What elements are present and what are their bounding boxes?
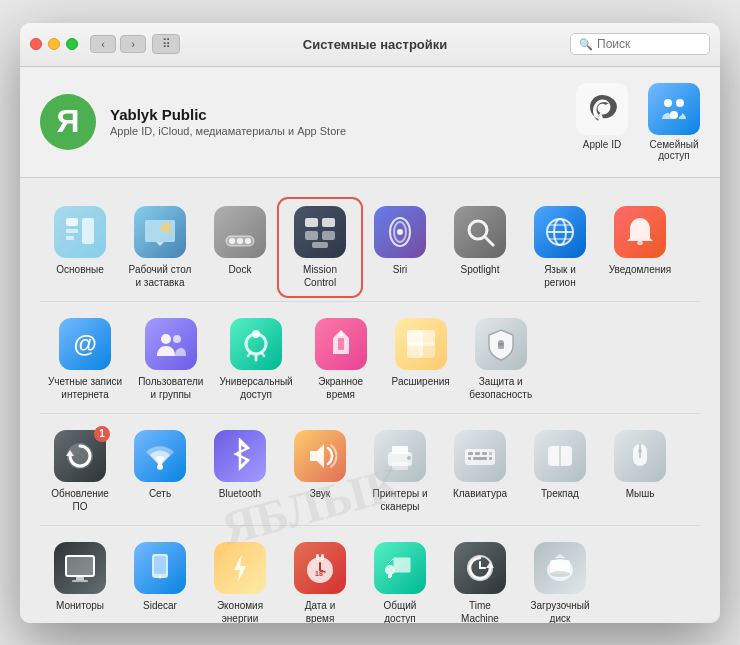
- svg-point-48: [157, 464, 163, 470]
- forward-button[interactable]: ›: [120, 35, 146, 53]
- mission-label: MissionControl: [303, 263, 337, 289]
- system-preferences-window: ‹ › ⠿ Системные настройки 🔍 Я Yablyk Pub…: [20, 23, 720, 623]
- icon-item-printers[interactable]: Принтеры исканеры: [360, 424, 440, 519]
- svg-point-81: [385, 565, 395, 575]
- timemachine-label: TimeMachine: [461, 599, 499, 623]
- notif-label: Уведомления: [609, 263, 672, 276]
- trackpad-label: Трекпад: [541, 487, 579, 500]
- svg-rect-38: [338, 338, 344, 350]
- icon-item-keyboard[interactable]: Клавиатура: [440, 424, 520, 506]
- monitors-icon: [54, 542, 106, 594]
- svg-rect-60: [468, 457, 471, 460]
- svg-rect-6: [82, 218, 94, 244]
- svg-rect-68: [66, 556, 94, 576]
- icon-item-osnov[interactable]: Основные: [40, 200, 120, 282]
- svg-marker-83: [486, 562, 494, 568]
- osnov-icon: [54, 206, 106, 258]
- icon-item-spotlight[interactable]: Spotlight: [440, 200, 520, 282]
- icon-item-startup[interactable]: Загрузочныйдиск: [520, 536, 600, 623]
- svg-rect-8: [145, 220, 175, 242]
- printers-label: Принтеры исканеры: [373, 487, 428, 513]
- network-label: Сеть: [149, 487, 171, 500]
- apple-id-icon-item[interactable]: Apple ID: [576, 83, 628, 161]
- icon-item-update[interactable]: 1 ОбновлениеПО: [40, 424, 120, 519]
- accounts-label: Учетные записиинтернета: [48, 375, 122, 401]
- icon-item-lang[interactable]: Язык ирегион: [520, 200, 600, 295]
- sound-label: Звук: [310, 487, 331, 500]
- icon-item-screen[interactable]: Экранноевремя: [301, 312, 381, 407]
- grid-view-button[interactable]: ⠿: [152, 34, 180, 54]
- osnov-label: Основные: [56, 263, 103, 276]
- icon-item-siri[interactable]: Siri: [360, 200, 440, 282]
- back-button[interactable]: ‹: [90, 35, 116, 53]
- keyboard-icon: [454, 430, 506, 482]
- icon-item-network[interactable]: Сеть: [120, 424, 200, 506]
- icon-row-2: @ Учетные записиинтернета Пользователии …: [40, 306, 700, 414]
- svg-rect-45: [498, 343, 504, 349]
- svg-rect-5: [66, 236, 74, 240]
- svg-point-67: [638, 449, 642, 453]
- screen-icon: [315, 318, 367, 370]
- update-badge: 1: [94, 426, 110, 442]
- icon-row-1: Основные Рабочий столи заставка: [40, 194, 700, 302]
- svg-text:18: 18: [315, 570, 323, 577]
- titlebar: ‹ › ⠿ Системные настройки 🔍: [20, 23, 720, 67]
- icon-row-3: 1 ОбновлениеПО Сеть: [40, 418, 700, 526]
- search-icon: 🔍: [579, 38, 593, 51]
- icon-item-notif[interactable]: Уведомления: [600, 200, 680, 282]
- svg-rect-16: [322, 218, 335, 227]
- svg-point-13: [237, 238, 243, 244]
- users-icon: [145, 318, 197, 370]
- sidecar-icon: [134, 542, 186, 594]
- printers-icon: [374, 430, 426, 482]
- ext-label: Расширения: [392, 375, 450, 388]
- icon-item-users[interactable]: Пользователии группы: [130, 312, 211, 407]
- family-label: Семейныйдоступ: [649, 139, 698, 161]
- startup-icon: [534, 542, 586, 594]
- icon-item-accounts[interactable]: @ Учетные записиинтернета: [40, 312, 130, 407]
- icon-item-mouse[interactable]: Мышь: [600, 424, 680, 506]
- notif-icon: [614, 206, 666, 258]
- icon-item-trackpad[interactable]: Трекпад: [520, 424, 600, 506]
- lang-label: Язык ирегион: [544, 263, 576, 289]
- icon-item-energy[interactable]: Экономияэнергии: [200, 536, 280, 623]
- icon-item-access[interactable]: Универсальныйдоступ: [211, 312, 300, 407]
- window-title: Системные настройки: [180, 37, 570, 52]
- bluetooth-icon: [214, 430, 266, 482]
- svg-point-54: [407, 456, 411, 460]
- users-label: Пользователии группы: [138, 375, 203, 401]
- icon-item-timemachine[interactable]: TimeMachine: [440, 536, 520, 623]
- dock-label: Dock: [229, 263, 252, 276]
- icon-item-dock[interactable]: Dock: [200, 200, 280, 282]
- svg-rect-30: [637, 241, 643, 245]
- icon-item-mission[interactable]: MissionControl: [280, 200, 360, 295]
- icon-item-ext[interactable]: Расширения: [381, 312, 461, 394]
- icon-item-sound[interactable]: Звук: [280, 424, 360, 506]
- svg-rect-73: [154, 556, 166, 574]
- svg-rect-59: [489, 452, 492, 455]
- icon-item-sidecar[interactable]: Sidecar: [120, 536, 200, 618]
- apple-id-icon: [576, 83, 628, 135]
- avatar[interactable]: Я: [40, 94, 96, 150]
- svg-point-1: [676, 99, 684, 107]
- icon-item-bluetooth[interactable]: Bluetooth: [200, 424, 280, 506]
- security-icon: [475, 318, 527, 370]
- startup-label: Загрузочныйдиск: [530, 599, 589, 623]
- search-box[interactable]: 🔍: [570, 33, 710, 55]
- close-button[interactable]: [30, 38, 42, 50]
- icon-item-sharing[interactable]: Общийдоступ: [360, 536, 440, 623]
- svg-point-88: [550, 571, 570, 577]
- family-icon-item[interactable]: Семейныйдоступ: [648, 83, 700, 161]
- search-input[interactable]: [597, 37, 701, 51]
- icon-item-desktop[interactable]: Рабочий столи заставка: [120, 200, 200, 295]
- icon-item-monitors[interactable]: Мониторы: [40, 536, 120, 618]
- icon-item-datetime[interactable]: 18 Дата ивремя: [280, 536, 360, 623]
- icon-item-security[interactable]: Защита ибезопасность: [461, 312, 541, 407]
- minimize-button[interactable]: [48, 38, 60, 50]
- svg-point-9: [161, 223, 171, 233]
- bluetooth-label: Bluetooth: [219, 487, 261, 500]
- svg-rect-62: [489, 457, 492, 460]
- desktop-label: Рабочий столи заставка: [129, 263, 192, 289]
- update-icon: 1: [54, 430, 106, 482]
- fullscreen-button[interactable]: [66, 38, 78, 50]
